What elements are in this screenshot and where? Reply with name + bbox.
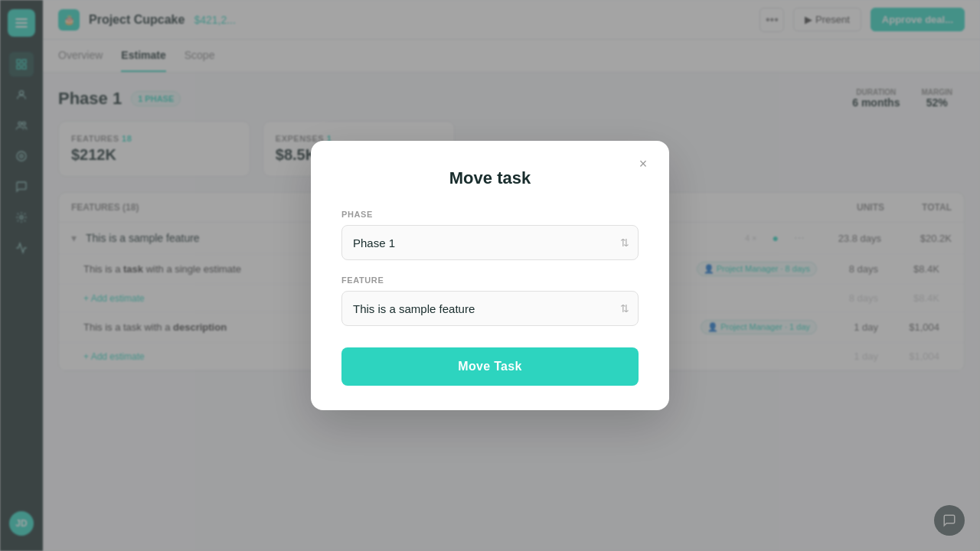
feature-field-label: FEATURE <box>341 276 639 285</box>
modal-title: Move task <box>341 168 639 188</box>
phase-select[interactable]: Phase 1 Phase 2 Phase 3 <box>341 225 639 260</box>
phase-field: PHASE Phase 1 Phase 2 Phase 3 <box>341 210 639 260</box>
phase-field-label: PHASE <box>341 210 639 219</box>
modal-close-button[interactable]: × <box>632 153 654 174</box>
feature-select[interactable]: This is a sample feature Another feature <box>341 291 639 326</box>
phase-select-wrapper: Phase 1 Phase 2 Phase 3 <box>341 225 639 260</box>
feature-field: FEATURE This is a sample feature Another… <box>341 276 639 326</box>
feature-select-wrapper: This is a sample feature Another feature <box>341 291 639 326</box>
move-task-modal: × Move task PHASE Phase 1 Phase 2 Phase … <box>311 141 669 410</box>
move-task-button[interactable]: Move Task <box>341 347 639 386</box>
modal-overlay: × Move task PHASE Phase 1 Phase 2 Phase … <box>0 0 980 551</box>
